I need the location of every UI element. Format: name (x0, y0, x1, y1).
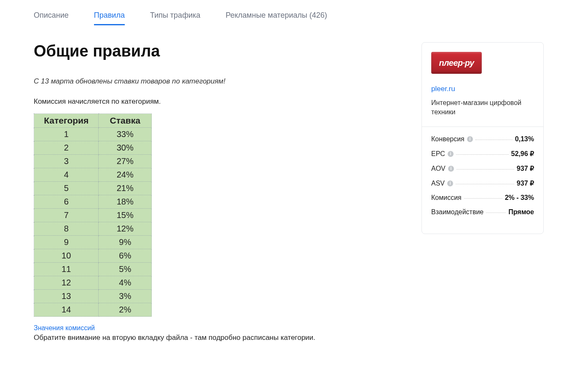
rate-category: 7 (34, 209, 99, 222)
stat-filler (464, 198, 502, 199)
table-row: 812% (34, 222, 152, 236)
rate-category: 5 (34, 182, 99, 195)
commission-values-link[interactable]: Значения комиссий (34, 324, 95, 331)
stat-label: Конверсияi (431, 135, 473, 143)
stat-value: 2% - 33% (505, 194, 534, 202)
rates-head-category: Категория (34, 114, 99, 128)
brand-link[interactable]: pleer.ru (431, 85, 455, 93)
rate-category: 10 (34, 249, 99, 263)
rate-value: 30% (99, 141, 152, 155)
stat-filler (456, 169, 514, 170)
rate-category: 1 (34, 128, 99, 141)
brand-logo: плеер·ру (431, 52, 482, 74)
stat-row: Комиссия2% - 33% (431, 194, 534, 202)
info-icon[interactable]: i (448, 166, 454, 172)
rate-category: 4 (34, 168, 99, 182)
rate-value: 9% (99, 236, 152, 249)
table-row: 327% (34, 155, 152, 168)
rate-category: 14 (34, 303, 99, 317)
stat-value: 52,96 ₽ (511, 150, 534, 158)
rates-table: Категория Ставка 133%230%327%424%521%618… (34, 113, 152, 317)
stat-value: 937 ₽ (517, 164, 534, 172)
tab-2[interactable]: Типы трафика (150, 8, 200, 25)
rate-value: 3% (99, 290, 152, 303)
rate-category: 13 (34, 290, 99, 303)
rate-value: 6% (99, 249, 152, 263)
tab-0[interactable]: Описание (34, 8, 69, 25)
table-row: 230% (34, 141, 152, 155)
stat-label: Комиссия (431, 194, 462, 202)
stat-label: Взаимодействие (431, 208, 483, 216)
rate-value: 4% (99, 276, 152, 290)
table-row: 133% (34, 290, 152, 303)
stat-row: AOVi937 ₽ (431, 164, 534, 172)
table-row: 521% (34, 182, 152, 195)
stat-filler (486, 213, 506, 213)
update-notice: С 13 марта обновлены ставки товаров по к… (34, 77, 405, 86)
rate-value: 18% (99, 195, 152, 209)
rate-value: 33% (99, 128, 152, 141)
stat-label: EPCi (431, 150, 454, 158)
stat-filler (475, 140, 513, 140)
stat-value: Прямое (508, 208, 534, 216)
rate-value: 12% (99, 222, 152, 236)
stat-row: Конверсияi0,13% (431, 135, 534, 143)
stat-row: EPCi52,96 ₽ (431, 150, 534, 158)
page-title: Общие правила (34, 42, 405, 60)
info-icon[interactable]: i (467, 136, 473, 142)
tabs-nav: ОписаниеПравилаТипы трафикаРекламные мат… (34, 8, 554, 25)
main-content: Общие правила С 13 марта обновлены ставк… (34, 42, 405, 342)
stat-label: AOVi (431, 165, 454, 172)
stat-filler (456, 184, 514, 184)
table-row: 106% (34, 249, 152, 263)
table-row: 715% (34, 209, 152, 222)
table-row: 618% (34, 195, 152, 209)
info-icon[interactable]: i (447, 180, 453, 186)
info-icon[interactable]: i (448, 151, 454, 157)
rate-value: 2% (99, 303, 152, 317)
rate-category: 8 (34, 222, 99, 236)
table-row: 133% (34, 128, 152, 141)
rate-value: 5% (99, 263, 152, 276)
program-sidebar: плеер·ру pleer.ru Интернет-магазин цирфо… (422, 42, 544, 234)
footnote: Обратите внимание на вторую вкладку файл… (34, 334, 405, 342)
tab-3[interactable]: Рекламные материалы (426) (226, 8, 327, 25)
stat-row: ASVi937 ₽ (431, 179, 534, 187)
rate-value: 15% (99, 209, 152, 222)
tab-1[interactable]: Правила (94, 8, 125, 25)
table-row: 142% (34, 303, 152, 317)
table-row: 124% (34, 276, 152, 290)
stat-value: 937 ₽ (517, 179, 534, 187)
brand-description: Интернет-магазин цирфовой техники (431, 98, 534, 117)
rate-category: 2 (34, 141, 99, 155)
sidebar-divider (422, 127, 543, 127)
rate-category: 9 (34, 236, 99, 249)
stat-row: ВзаимодействиеПрямое (431, 208, 534, 216)
intro-text: Комиссия начисляется по категориям. (34, 97, 405, 106)
stat-value: 0,13% (515, 135, 534, 143)
rate-value: 27% (99, 155, 152, 168)
rate-value: 24% (99, 168, 152, 182)
rates-head-rate: Ставка (99, 114, 152, 128)
table-row: 115% (34, 263, 152, 276)
stat-filler (456, 154, 509, 155)
stat-label: ASVi (431, 180, 453, 187)
rate-value: 21% (99, 182, 152, 195)
table-row: 99% (34, 236, 152, 249)
rate-category: 12 (34, 276, 99, 290)
table-row: 424% (34, 168, 152, 182)
rate-category: 11 (34, 263, 99, 276)
rate-category: 3 (34, 155, 99, 168)
rate-category: 6 (34, 195, 99, 209)
